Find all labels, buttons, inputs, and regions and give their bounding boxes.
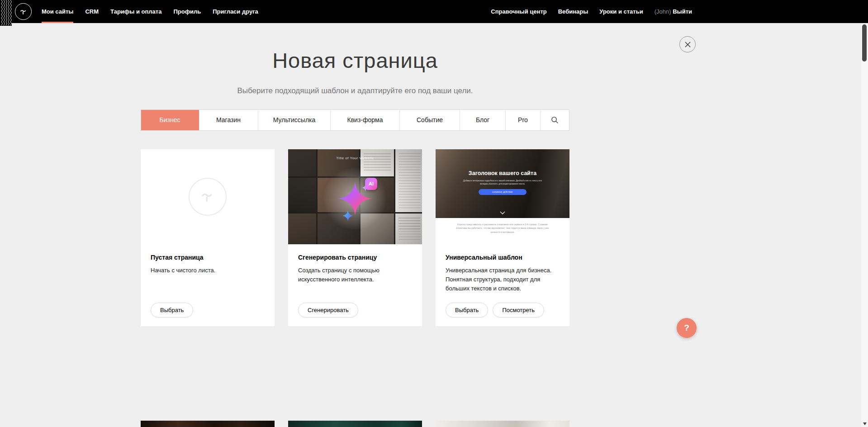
new-page-dialog: Новая страница Выберите подходящий шабло…	[141, 23, 569, 326]
logout-label: Выйти	[673, 8, 692, 15]
nav-help-center[interactable]: Справочный центр	[491, 8, 546, 15]
nav-webinars[interactable]: Вебинары	[558, 8, 588, 15]
top-navbar: Мои сайты CRM Тарифы и оплата Профиль Пр…	[0, 0, 868, 23]
choose-button[interactable]: Выбрать	[446, 303, 488, 318]
preview-hero-subtitle: Добавьте интересные подробности о вашей …	[463, 179, 542, 185]
template-card-partial-2[interactable]	[288, 421, 422, 427]
template-preview-partial	[436, 421, 569, 427]
nav-my-sites[interactable]: Мои сайты	[42, 0, 73, 23]
scrollbar-thumb[interactable]	[862, 24, 867, 62]
nav-logout[interactable]: (John) Выйти	[655, 8, 692, 15]
zigzag-decoration	[0, 0, 12, 26]
scrollbar[interactable]	[861, 0, 868, 427]
generate-button[interactable]: Сгенерировать	[298, 303, 358, 318]
user-name: (John)	[655, 8, 671, 15]
tilda-watermark-icon	[189, 178, 227, 216]
ai-preview: Title of Your Website	[288, 149, 422, 244]
search-icon	[551, 116, 559, 124]
card-title: Пустая страница	[151, 254, 265, 261]
scrollbar-down-arrow[interactable]	[863, 422, 867, 425]
close-icon	[685, 42, 691, 47]
tab-multilink[interactable]: Мультиссылка	[258, 110, 331, 130]
card-description: Создать страницу с помощью искусственног…	[298, 266, 412, 284]
template-grid: Пустая страница Начать с чистого листа. …	[141, 149, 569, 326]
tab-pro[interactable]: Pro	[506, 110, 541, 130]
tab-shop[interactable]: Магазин	[199, 110, 258, 130]
blank-preview	[141, 149, 275, 244]
template-grid-row-2	[141, 421, 569, 427]
tab-business[interactable]: Бизнес	[141, 110, 199, 130]
choose-button[interactable]: Выбрать	[151, 303, 193, 318]
card-description: Начать с чистого листа.	[151, 266, 265, 275]
nav-lessons[interactable]: Уроки и статьи	[599, 8, 643, 15]
tilda-logo-icon	[19, 7, 28, 17]
help-button[interactable]: ?	[677, 318, 697, 338]
card-title: Универсальный шаблон	[446, 254, 560, 261]
close-button[interactable]	[679, 36, 696, 52]
preview-hero-title: Заголовок вашего сайта	[436, 149, 569, 176]
template-card-partial-1[interactable]	[141, 421, 275, 427]
preview-site-title: Title of Your Website	[288, 156, 422, 160]
template-card-ai: Title of Your Website	[288, 149, 422, 326]
preview-hero: Заголовок вашего сайта Добавьте интересн…	[436, 149, 569, 218]
template-preview-partial	[288, 421, 422, 427]
nav-profile[interactable]: Профиль	[173, 0, 201, 23]
card-description: Универсальная страница для бизнеса. Поня…	[446, 266, 560, 293]
card-title: Сгенерировать страницу	[298, 254, 412, 261]
template-card-partial-3[interactable]	[436, 421, 569, 427]
page-subtitle: Выберите подходящий шаблон и адаптируйте…	[141, 86, 569, 95]
nav-invite-friend[interactable]: Пригласи друга	[213, 0, 258, 23]
tilda-logo[interactable]	[15, 3, 32, 20]
nav-tariffs[interactable]: Тарифы и оплата	[110, 0, 161, 23]
preview-body-section: Коротко представьтесь и расскажите о ком…	[436, 218, 569, 244]
tab-event[interactable]: Событие	[400, 110, 460, 130]
template-card-universal: Заголовок вашего сайта Добавьте интересн…	[436, 149, 569, 326]
template-preview-partial	[141, 421, 275, 427]
preview-body-text: Коротко представьтесь и расскажите о ком…	[456, 218, 549, 234]
tab-quiz[interactable]: Квиз-форма	[331, 110, 400, 130]
nav-crm[interactable]: CRM	[85, 0, 99, 23]
universal-preview: Заголовок вашего сайта Добавьте интересн…	[436, 149, 569, 244]
page-title: Новая страница	[141, 49, 569, 72]
tab-blog[interactable]: Блог	[460, 110, 506, 130]
search-tab[interactable]	[541, 110, 569, 130]
chevron-down-icon	[500, 211, 505, 214]
secondary-nav: Справочный центр Вебинары Уроки и статьи…	[491, 0, 692, 23]
template-card-blank: Пустая страница Начать с чистого листа. …	[141, 149, 275, 326]
preview-hero-button: основное действие	[479, 189, 526, 195]
main-nav: Мои сайты CRM Тарифы и оплата Профиль Пр…	[42, 0, 258, 23]
template-category-tabs: Бизнес Магазин Мультиссылка Квиз-форма С…	[141, 109, 569, 131]
preview-button[interactable]: Посмотреть	[493, 303, 544, 318]
ai-badge: AI	[365, 178, 377, 190]
